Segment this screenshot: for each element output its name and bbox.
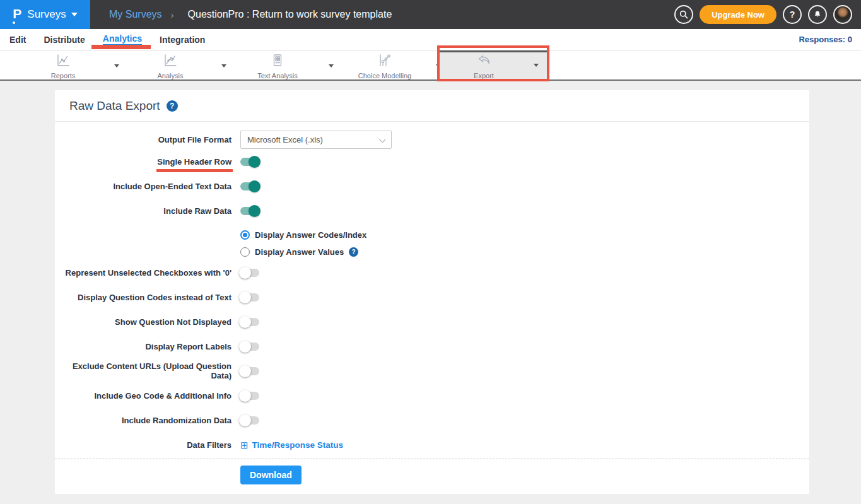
toolbar-reports[interactable]: Reports xyxy=(19,52,107,79)
unselected-checkboxes-row: Represent Unselected Checkboxes with '0' xyxy=(55,266,809,279)
raw-data-export-help-icon[interactable]: ? xyxy=(167,100,178,112)
radio-answer-values-label: Display Answer Values xyxy=(255,247,344,257)
toggle-knob xyxy=(249,180,261,192)
toggle-knob xyxy=(239,316,251,328)
toggle-knob xyxy=(239,291,251,303)
unselected-checkboxes-label: Represent Unselected Checkboxes with '0' xyxy=(55,268,231,278)
output-format-value: Microsoft Excel (.xls) xyxy=(247,135,323,144)
breadcrumb-my-surveys[interactable]: My Surveys xyxy=(109,9,162,20)
toggle-knob xyxy=(249,156,261,168)
tab-edit[interactable]: Edit xyxy=(9,35,26,45)
export-dropdown-caret[interactable] xyxy=(527,50,546,79)
toolbar-analysis[interactable]: Analysis xyxy=(126,52,214,79)
output-format-select[interactable]: Microsoft Excel (.xls) xyxy=(240,131,392,149)
question-codes-toggle[interactable] xyxy=(240,293,259,302)
open-ended-text-label: Include Open-Ended Text Data xyxy=(55,182,231,191)
data-filters-row: Data Filters ⊞ Time/Response Status xyxy=(55,438,809,452)
output-format-row: Output File Format Microsoft Excel (.xls… xyxy=(55,131,809,149)
time-response-status-label: Time/Response Status xyxy=(252,440,344,450)
open-ended-text-toggle[interactable] xyxy=(240,182,259,190)
question-codes-row: Display Question Codes instead of Text xyxy=(55,290,809,304)
include-raw-data-toggle[interactable] xyxy=(240,207,259,215)
notifications-button[interactable] xyxy=(808,5,827,24)
radio-answer-codes-label: Display Answer Codes/Index xyxy=(255,230,366,240)
report-labels-label: Display Report Labels xyxy=(55,342,231,351)
top-header: P Surveys My Surveys › QuestionPro : Ret… xyxy=(0,0,861,29)
toggle-knob xyxy=(249,205,261,217)
caret-down-icon xyxy=(221,64,226,67)
choice-modelling-scatter-icon xyxy=(377,53,392,71)
text-analysis-dropdown-caret[interactable] xyxy=(322,52,341,79)
radio-button-icon[interactable] xyxy=(240,230,250,240)
caret-down-icon xyxy=(534,64,539,67)
toolbar-analysis-label: Analysis xyxy=(158,72,184,79)
toolbar-export-label: Export xyxy=(474,72,494,79)
exclude-content-urls-toggle[interactable] xyxy=(240,367,259,375)
upgrade-now-button[interactable]: Upgrade Now xyxy=(700,5,776,24)
question-not-displayed-row: Show Question Not Displayed xyxy=(55,315,809,329)
caret-down-icon xyxy=(114,64,119,67)
analytics-toolbar: Reports Analysis Text Analysis Choice Mo… xyxy=(0,50,861,81)
report-labels-row: Display Report Labels xyxy=(55,339,809,353)
unselected-checkboxes-toggle[interactable] xyxy=(240,269,259,277)
question-not-displayed-label: Show Question Not Displayed xyxy=(55,317,231,327)
toggle-knob xyxy=(239,390,251,402)
reports-dropdown-caret[interactable] xyxy=(107,52,126,79)
single-header-row-row: Single Header Row xyxy=(55,155,809,168)
search-button[interactable] xyxy=(674,5,693,24)
chevron-down-icon xyxy=(71,13,78,16)
geo-code-row: Include Geo Code & Additional Info xyxy=(55,389,809,402)
caret-down-icon xyxy=(329,64,334,67)
answer-values-help-icon[interactable]: ? xyxy=(349,247,358,257)
reports-chart-icon xyxy=(56,53,71,71)
analysis-chart-icon xyxy=(163,53,178,71)
download-button[interactable]: Download xyxy=(240,466,302,484)
question-mark-icon: ? xyxy=(790,9,795,20)
radio-answer-values[interactable]: Display Answer Values ? xyxy=(240,245,809,258)
divider xyxy=(55,459,809,459)
toggle-knob xyxy=(239,365,251,377)
include-raw-data-label: Include Raw Data xyxy=(55,206,231,216)
randomization-data-row: Include Randomization Data xyxy=(55,413,809,427)
search-icon xyxy=(679,9,689,20)
export-arrow-icon xyxy=(476,53,491,71)
randomization-data-toggle[interactable] xyxy=(240,416,259,425)
tab-distribute[interactable]: Distribute xyxy=(44,35,85,45)
output-format-label: Output File Format xyxy=(55,135,231,144)
geo-code-toggle[interactable] xyxy=(240,392,259,400)
tab-analytics[interactable]: Analytics xyxy=(103,33,142,45)
radio-answer-codes[interactable]: Display Answer Codes/Index xyxy=(240,228,809,241)
randomization-data-label: Include Randomization Data xyxy=(55,416,231,425)
data-filters-label: Data Filters xyxy=(55,440,231,450)
page-title: Raw Data Export xyxy=(69,99,160,113)
question-not-displayed-toggle[interactable] xyxy=(240,318,259,326)
single-header-row-toggle[interactable] xyxy=(240,158,259,166)
geo-code-label: Include Geo Code & Additional Info xyxy=(55,391,231,401)
radio-button-icon[interactable] xyxy=(240,247,250,257)
annotation-underline-analytics xyxy=(91,45,151,49)
time-response-status-link[interactable]: ⊞ Time/Response Status xyxy=(240,440,343,450)
bell-icon xyxy=(813,10,822,19)
questionpro-logo-icon: P xyxy=(13,7,21,23)
report-labels-toggle[interactable] xyxy=(240,343,259,351)
toolbar-choice-modelling[interactable]: Choice Modelling xyxy=(341,52,429,79)
analysis-dropdown-caret[interactable] xyxy=(214,52,233,79)
product-switcher[interactable]: P Surveys xyxy=(0,0,90,29)
product-menu-label: Surveys xyxy=(27,8,66,21)
user-avatar[interactable] xyxy=(833,5,852,24)
plus-square-icon: ⊞ xyxy=(240,440,249,450)
survey-title: QuestionPro : Return to work survey temp… xyxy=(188,9,392,20)
chevron-down-icon xyxy=(379,136,386,143)
toggle-knob xyxy=(239,414,251,426)
toolbar-reports-label: Reports xyxy=(51,72,76,79)
open-ended-text-row: Include Open-Ended Text Data xyxy=(55,179,809,193)
help-button[interactable]: ? xyxy=(783,5,802,24)
toolbar-choice-modelling-label: Choice Modelling xyxy=(358,72,411,79)
toolbar-export[interactable]: Export xyxy=(440,52,528,79)
tab-integration[interactable]: Integration xyxy=(160,35,205,45)
text-analysis-document-icon xyxy=(270,53,285,71)
toggle-knob xyxy=(239,267,251,279)
toolbar-text-analysis[interactable]: Text Analysis xyxy=(233,52,322,79)
toggle-knob xyxy=(239,341,251,353)
responses-count: Responses: 0 xyxy=(799,35,852,44)
